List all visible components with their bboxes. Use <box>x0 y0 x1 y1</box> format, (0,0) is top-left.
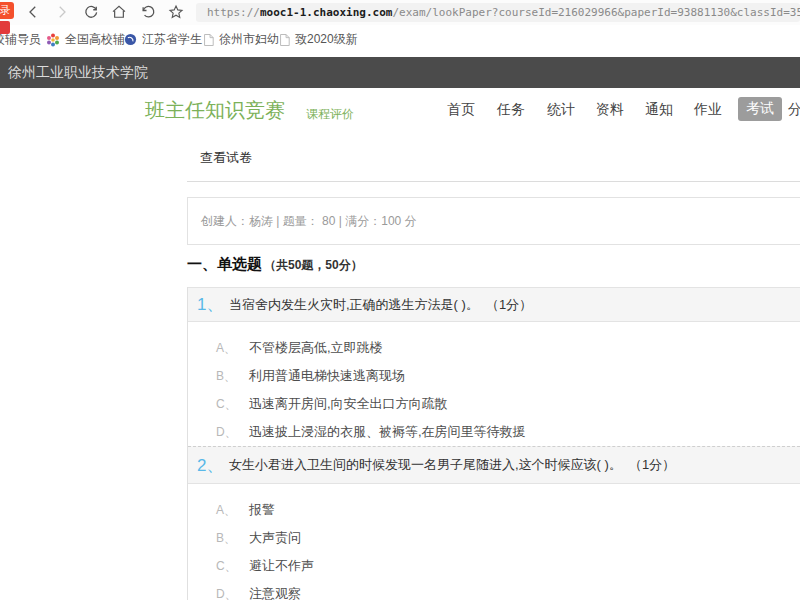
option-row[interactable]: A、 报警 <box>188 496 800 524</box>
page-icon <box>279 33 290 47</box>
question-header: 1、 当宿舍内发生火灾时,正确的逃生方法是( )。 （1分） <box>188 287 800 322</box>
nav-tasks[interactable]: 任务 <box>497 101 525 119</box>
nav-homework[interactable]: 作业 <box>694 101 722 119</box>
course-title: 班主任知识竞赛 <box>145 97 285 124</box>
option-letter: D、 <box>216 586 249 600</box>
question-number: 2、 <box>197 454 229 477</box>
bookmark-label: 徐州市妇幼 <box>219 31 279 48</box>
bookmarks-bar: 校辅导员 全国高校辅 江苏省学生 徐州市妇幼 <box>0 25 800 54</box>
nav-home[interactable]: 首页 <box>447 101 475 119</box>
record-icon[interactable]: 录 <box>0 2 14 19</box>
refresh-icon[interactable] <box>82 3 100 21</box>
undo-icon[interactable] <box>139 3 157 21</box>
option-letter: B、 <box>216 368 249 385</box>
option-text: 注意观察 <box>249 585 301 600</box>
question-text: 女生小君进入卫生间的时候发现一名男子尾随进入,这个时候应该( )。 <box>229 456 622 474</box>
flower-icon <box>46 33 60 47</box>
option-row[interactable]: C、 避让不作声 <box>188 552 800 580</box>
bookmark-label: 全国高校辅 <box>65 31 125 48</box>
option-text: 避让不作声 <box>249 557 314 575</box>
page-title: 查看试卷 <box>200 149 252 167</box>
option-row[interactable]: B、 大声责问 <box>188 524 800 552</box>
section-meta: （共50题，50分） <box>264 258 363 272</box>
section-header: 一、单选题（共50题，50分） <box>187 255 363 274</box>
option-letter: C、 <box>216 396 249 413</box>
page-icon <box>203 33 214 47</box>
option-text: 迅速披上浸湿的衣服、被褥等,在房间里等待救援 <box>249 423 526 441</box>
forward-icon[interactable] <box>53 3 71 21</box>
bookmark-item[interactable]: 致2020级新 <box>279 25 358 54</box>
option-letter: A、 <box>216 502 249 519</box>
option-text: 不管楼层高低,立即跳楼 <box>249 339 383 357</box>
bookmark-item[interactable]: 全国高校辅 <box>46 25 125 54</box>
option-letter: A、 <box>216 340 249 357</box>
question-header: 2、 女生小君进入卫生间的时候发现一名男子尾随进入,这个时候应该( )。 （1分… <box>188 446 800 484</box>
back-icon[interactable] <box>24 3 42 21</box>
option-text: 利用普通电梯快速逃离现场 <box>249 367 405 385</box>
bookmark-label: 江苏省学生 <box>142 31 202 48</box>
option-text: 大声责问 <box>249 529 301 547</box>
question-options: A、 报警 B、 大声责问 C、 避让不作声 D、 注意观察 <box>188 484 800 600</box>
option-letter: D、 <box>216 424 249 441</box>
option-row[interactable]: D、 注意观察 <box>188 580 800 600</box>
nav-statistics[interactable]: 统计 <box>547 101 575 119</box>
paper-info-text: 创建人：杨涛 | 题量： 80 | 满分：100 分 <box>201 213 417 230</box>
nav-more-partial[interactable]: 分 <box>788 101 800 119</box>
bookmark-item[interactable]: 江苏省学生 <box>124 25 202 54</box>
screen-record-badge[interactable]: 录 <box>0 2 14 34</box>
record-icon-tail[interactable] <box>0 21 10 34</box>
option-row[interactable]: C、 迅速离开房间,向安全出口方向疏散 <box>188 390 800 418</box>
question-list: 1、 当宿舍内发生火灾时,正确的逃生方法是( )。 （1分） A、 不管楼层高低… <box>187 287 800 600</box>
nav-exam-active[interactable]: 考试 <box>738 97 782 121</box>
school-header-bar: 徐州工业职业技术学院 <box>0 57 800 88</box>
question-score: （1分） <box>629 456 675 474</box>
question-text: 当宿舍内发生火灾时,正确的逃生方法是( )。 <box>229 296 479 314</box>
browser-window: 录 https://m <box>0 0 800 600</box>
option-letter: B、 <box>216 530 249 547</box>
url-bar[interactable]: https://mooc1-1.chaoxing.com/exam/lookPa… <box>196 3 800 22</box>
nav-materials[interactable]: 资料 <box>596 101 624 119</box>
paper-info-box: 创建人：杨涛 | 题量： 80 | 满分：100 分 <box>187 197 800 245</box>
question-options: A、 不管楼层高低,立即跳楼 B、 利用普通电梯快速逃离现场 C、 迅速离开房间… <box>188 322 800 446</box>
section-title: 一、单选题 <box>187 255 262 272</box>
home-icon[interactable] <box>110 3 128 21</box>
globe-icon <box>124 33 137 46</box>
option-text: 报警 <box>249 501 275 519</box>
nav-notifications[interactable]: 通知 <box>645 101 673 119</box>
url-text: https://mooc1-1.chaoxing.com/exam/lookPa… <box>207 6 800 19</box>
option-text: 迅速离开房间,向安全出口方向疏散 <box>249 395 448 413</box>
option-row[interactable]: B、 利用普通电梯快速逃离现场 <box>188 362 800 390</box>
option-row[interactable]: A、 不管楼层高低,立即跳楼 <box>188 334 800 362</box>
option-row[interactable]: D、 迅速披上浸湿的衣服、被褥等,在房间里等待救援 <box>188 418 800 446</box>
bookmark-star-icon[interactable] <box>167 3 185 21</box>
course-evaluation-link[interactable]: 课程评价 <box>306 106 354 123</box>
school-name: 徐州工业职业技术学院 <box>8 64 148 80</box>
bookmark-label: 致2020级新 <box>295 31 358 48</box>
question-number: 1、 <box>197 293 229 316</box>
divider <box>187 181 800 182</box>
option-letter: C、 <box>216 558 249 575</box>
bookmark-item[interactable]: 徐州市妇幼 <box>203 25 279 54</box>
question-score: （1分） <box>486 296 532 314</box>
browser-toolbar: 录 https://m <box>0 0 800 25</box>
